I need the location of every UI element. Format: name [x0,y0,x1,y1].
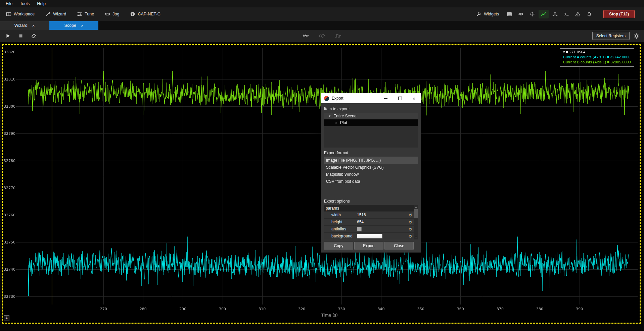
minimize-icon [384,98,387,99]
maximize-icon [398,97,402,100]
chart-line-icon [541,11,546,17]
workspace-label: Workspace [14,12,35,16]
tree-item-plot[interactable]: ▸ Plot [324,119,418,126]
export-button[interactable]: Export [354,242,383,250]
option-antialias-value [357,227,407,231]
option-row-antialias: antialias ↺ [324,225,414,232]
export-dialog-body: Item to export: ▾ Entire Scene ▸ Plot Ex… [321,103,421,253]
format-matplotlib[interactable]: Matplotlib Window [324,171,418,178]
option-width-value[interactable]: 1516 [357,213,407,217]
scope-toolbar-left [3,32,38,40]
undo-icon[interactable]: ↺ [407,220,414,225]
tab-scope[interactable]: Scope × [49,21,98,30]
trace-style-multi-button[interactable] [317,32,327,40]
gear-icon[interactable] [634,33,639,39]
autoscale-button[interactable]: A [4,315,9,321]
terminal-button[interactable] [561,10,571,18]
clear-button[interactable] [29,32,38,40]
option-background-value [357,234,407,238]
close-button[interactable]: × [407,93,421,103]
stop-capture-button[interactable] [16,32,26,40]
eye-icon [518,11,523,17]
item-to-export-label: Item to export: [324,107,418,111]
bell-icon [587,11,592,17]
wizard-label: Wizard [53,12,66,16]
waveform-dim-icon [319,34,325,38]
close-dialog-button[interactable]: Close [384,242,414,250]
notifications-button[interactable] [584,10,594,18]
options-scrollbar[interactable]: ▲ ▼ [414,205,418,239]
minimize-button[interactable] [379,93,393,103]
menu-file[interactable]: File [2,1,16,7]
scope-toolbar-center [301,32,343,40]
option-height-value[interactable]: 654 [357,220,407,224]
wand-icon [45,11,51,17]
registers-table-button[interactable] [504,10,514,18]
window-buttons: × [379,93,421,103]
app-icon [324,96,329,101]
warnings-button[interactable] [573,10,583,18]
option-row-background: background ↺ [324,232,414,239]
tree-item-plot-label: Plot [340,120,347,125]
play-button[interactable] [3,32,13,40]
workspace-icon [6,11,11,17]
trace-style-line-button[interactable] [301,32,311,40]
close-icon: × [413,96,416,101]
select-registers-button[interactable]: Select Registers [592,32,630,40]
tab-wizard[interactable]: Wizard × [0,21,49,30]
export-dialog-titlebar[interactable]: Export × [321,93,421,103]
export-format-label: Export format [324,151,418,155]
legend-cursor-x: x = 271.0564 [563,50,631,55]
tab-wizard-label: Wizard [14,23,28,28]
scope-toolbar: Select Registers [0,30,644,42]
option-height-label: height [324,220,357,224]
wizard-button[interactable]: Wizard [43,10,69,18]
widgets-button[interactable]: Widgets [473,10,502,18]
maximize-button[interactable] [393,93,407,103]
scrollbar-thumb[interactable] [414,209,418,218]
option-row-height: height 654 ↺ [324,218,414,225]
trace-style-step-button[interactable] [333,32,343,40]
export-options-table: params width 1516 ↺ height 654 ↺ antiali… [324,205,418,239]
export-options-label: Export options [324,199,418,204]
format-image-file[interactable]: Image File (PNG, TIF, JPG, ...) [324,157,418,164]
move-button[interactable] [527,10,537,18]
chevron-down-icon: ▾ [328,114,331,118]
jog-button[interactable]: Jog [102,10,122,18]
menu-tools[interactable]: Tools [16,1,33,7]
format-csv[interactable]: CSV from plot data [324,178,418,185]
background-color-swatch[interactable] [357,234,382,238]
stop-square-icon [18,33,24,39]
scroll-up-icon[interactable]: ▲ [414,205,418,209]
copy-button[interactable]: Copy [324,242,353,250]
tab-wizard-close-icon[interactable]: × [32,23,35,28]
device-button[interactable]: CAP-NET-C [127,10,163,18]
stop-button[interactable]: Stop (F12) [603,10,635,18]
signal-generator-button[interactable] [550,10,560,18]
undo-icon[interactable]: ↺ [407,234,414,239]
tree-item-entire-scene[interactable]: ▾ Entire Scene [324,113,418,119]
workspace-button[interactable]: Workspace [3,10,37,18]
dialog-buttons: Copy Export Close [324,242,414,250]
format-svg[interactable]: Scalable Vector Graphics (SVG) [324,164,418,171]
antialias-checkbox[interactable] [357,227,362,231]
tune-button[interactable]: Tune [74,10,97,18]
toolbar-separator [599,10,599,18]
export-item-tree: ▾ Entire Scene ▸ Plot [324,113,418,148]
legend-current-a: Current A counts (Axis 1) = 32742.0000 [563,55,631,60]
scroll-down-icon[interactable]: ▼ [414,235,418,239]
undo-icon[interactable]: ↺ [407,213,414,218]
undo-icon[interactable]: ↺ [407,227,414,232]
eraser-icon [31,33,36,39]
jog-gamepad-icon [105,11,110,17]
table-icon [507,11,512,17]
menu-help[interactable]: Help [33,1,49,7]
scope-chart-button[interactable] [539,10,549,18]
watch-button[interactable] [516,10,526,18]
wrench-icon [476,11,481,17]
info-icon [130,11,135,17]
tab-scope-close-icon[interactable]: × [81,23,84,28]
params-header[interactable]: params [324,205,414,211]
tune-label: Tune [85,12,94,16]
chevron-right-icon: ▸ [335,121,338,124]
